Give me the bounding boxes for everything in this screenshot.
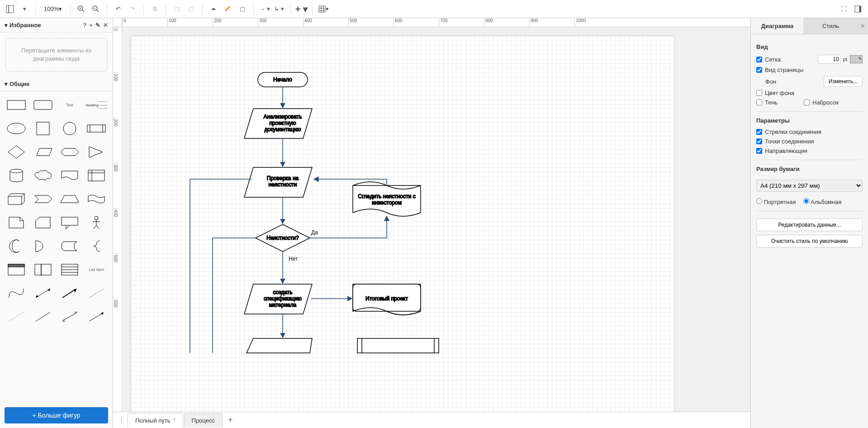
shape-container2[interactable] bbox=[31, 261, 54, 279]
edge-loop-left-1[interactable] bbox=[213, 238, 256, 353]
shape-list-item[interactable]: List Item bbox=[85, 261, 108, 279]
node-smooth[interactable]: Сгладить неястности синвестором bbox=[353, 182, 421, 216]
dropdown-icon[interactable]: ▾ bbox=[18, 3, 31, 15]
shape-step[interactable] bbox=[31, 190, 54, 208]
edit-favorites-icon[interactable]: ✎ bbox=[95, 22, 100, 29]
shape-bidir-arrow[interactable] bbox=[31, 284, 54, 302]
shape-parallelogram[interactable] bbox=[31, 143, 54, 161]
node-partial-1[interactable] bbox=[247, 338, 312, 353]
tab-process[interactable]: Процесс bbox=[184, 413, 223, 428]
shape-dir-arrow[interactable] bbox=[85, 308, 108, 326]
tab-style[interactable]: Стиль bbox=[804, 18, 857, 34]
clear-style-button[interactable]: Очистить стиль по умолчанию bbox=[756, 235, 863, 247]
shape-actor[interactable] bbox=[85, 214, 108, 232]
more-shapes-button[interactable]: + Больше фигур bbox=[5, 407, 108, 423]
guides-checkbox[interactable] bbox=[756, 148, 762, 154]
node-final[interactable]: Итоговый проект bbox=[353, 284, 421, 315]
shape-crescent[interactable] bbox=[5, 237, 28, 255]
bg-color-checkbox[interactable] bbox=[756, 90, 762, 96]
node-partial-2[interactable] bbox=[357, 338, 439, 353]
grid-size-input[interactable] bbox=[818, 55, 840, 64]
shape-tape[interactable] bbox=[85, 190, 108, 208]
node-decision[interactable]: Неястности? bbox=[256, 224, 310, 252]
shape-internal-storage[interactable] bbox=[85, 166, 108, 185]
tab-full-path[interactable]: Полный путь ˄ bbox=[128, 413, 183, 428]
common-header[interactable]: ▾ Общие bbox=[0, 77, 113, 91]
connection-button[interactable]: → ▾ bbox=[258, 3, 271, 15]
format-panel-button[interactable] bbox=[852, 3, 864, 15]
landscape-radio[interactable] bbox=[803, 198, 809, 204]
grid-color-swatch[interactable]: ✎ bbox=[850, 55, 863, 63]
shape-process[interactable] bbox=[85, 119, 108, 138]
portrait-radio[interactable] bbox=[756, 198, 762, 204]
shape-cloud[interactable] bbox=[31, 166, 54, 185]
shape-line[interactable] bbox=[31, 308, 54, 326]
portrait-radio-label[interactable]: Портретная bbox=[756, 198, 796, 205]
shape-arrow[interactable] bbox=[58, 284, 81, 302]
shape-dashed-line[interactable] bbox=[85, 284, 108, 302]
shape-triangle[interactable] bbox=[85, 143, 108, 161]
conn-arrows-checkbox[interactable] bbox=[756, 129, 762, 135]
favorites-dropzone[interactable]: Перетащите элементы из диаграммы сюда bbox=[5, 38, 107, 71]
stroke-button[interactable] bbox=[222, 3, 234, 15]
edge-decision-smooth[interactable] bbox=[310, 216, 387, 238]
shape-ellipse[interactable] bbox=[5, 119, 28, 138]
redo-button[interactable]: ↷ bbox=[126, 3, 139, 15]
node-start[interactable]: Начало bbox=[258, 72, 308, 87]
edit-data-button[interactable]: Редактировать данные... bbox=[756, 219, 863, 231]
add-page-button[interactable]: + bbox=[223, 413, 237, 428]
shape-list[interactable] bbox=[58, 261, 81, 279]
to-front-button[interactable]: ▢ bbox=[171, 3, 183, 15]
shadow-button[interactable]: ▢ bbox=[236, 3, 249, 15]
to-back-button[interactable]: ▢ bbox=[185, 3, 198, 15]
zoom-in-button[interactable] bbox=[75, 3, 88, 15]
close-format-panel[interactable]: ✕ bbox=[857, 18, 868, 34]
shape-document[interactable] bbox=[58, 166, 81, 185]
zoom-dropdown[interactable]: 100% ▾ bbox=[40, 5, 66, 12]
sketch-checkbox[interactable] bbox=[804, 100, 810, 105]
shape-dotted-line[interactable] bbox=[5, 308, 28, 326]
shape-cylinder[interactable] bbox=[5, 166, 28, 185]
undo-button[interactable]: ↶ bbox=[112, 3, 124, 15]
node-spec[interactable]: создатьспецификациюматериала bbox=[244, 284, 312, 314]
shape-circle[interactable] bbox=[58, 119, 81, 138]
conn-points-checkbox[interactable] bbox=[756, 138, 762, 144]
node-check[interactable]: Проверка нанеястности bbox=[244, 167, 312, 197]
shape-data-storage[interactable] bbox=[58, 237, 81, 255]
table-button[interactable]: ▾ bbox=[317, 3, 330, 15]
help-icon[interactable]: ? bbox=[83, 22, 86, 29]
add-button[interactable]: + ▾ bbox=[295, 3, 308, 15]
shape-rectangle[interactable] bbox=[5, 96, 28, 114]
waypoint-button[interactable]: ↳ ▾ bbox=[273, 3, 285, 15]
landscape-radio-label[interactable]: Альбомная bbox=[803, 198, 842, 205]
edge-loop-left-2[interactable] bbox=[190, 179, 251, 353]
delete-button[interactable]: 🗑 bbox=[148, 3, 161, 15]
change-bg-button[interactable]: Изменить... bbox=[824, 76, 863, 87]
shape-or[interactable] bbox=[31, 237, 54, 255]
shape-hexagon[interactable] bbox=[58, 143, 81, 161]
view-mode-button[interactable] bbox=[4, 3, 16, 15]
shape-container[interactable] bbox=[5, 261, 28, 279]
shape-curve[interactable] bbox=[5, 284, 28, 302]
page-view-checkbox[interactable] bbox=[756, 67, 762, 73]
tab-diagram[interactable]: Диаграмма bbox=[751, 18, 804, 34]
canvas-area[interactable]: 01002003004005006007008009001000 0100200… bbox=[113, 18, 750, 412]
paper-size-select[interactable]: A4 (210 мм x 297 мм) bbox=[756, 180, 863, 192]
shape-text[interactable]: Text bbox=[58, 96, 81, 114]
shape-curly-brace[interactable] bbox=[85, 237, 108, 255]
shape-heading[interactable]: Heading━━━━━━━━━━━━━━━ bbox=[85, 96, 108, 114]
grid-checkbox[interactable] bbox=[756, 57, 762, 62]
fullscreen-button[interactable]: ⛶ bbox=[837, 3, 850, 15]
zoom-out-button[interactable] bbox=[90, 3, 102, 15]
shape-bidir-thin[interactable] bbox=[58, 308, 81, 326]
close-favorites-icon[interactable]: ✕ bbox=[103, 22, 108, 29]
shadow-checkbox[interactable] bbox=[756, 100, 762, 105]
favorites-header[interactable]: ▾ Избранное ? + ✎ ✕ bbox=[0, 18, 113, 33]
fill-button[interactable] bbox=[207, 3, 220, 15]
shape-rounded-rect[interactable] bbox=[31, 96, 54, 114]
shape-callout[interactable] bbox=[58, 214, 81, 232]
diagram-page[interactable]: Начало Анализироватьпроектнуюдокументаци… bbox=[131, 36, 674, 412]
shape-note[interactable] bbox=[5, 214, 28, 232]
shape-cube[interactable] bbox=[5, 190, 28, 208]
pages-menu-button[interactable]: ⋮ bbox=[115, 417, 128, 423]
